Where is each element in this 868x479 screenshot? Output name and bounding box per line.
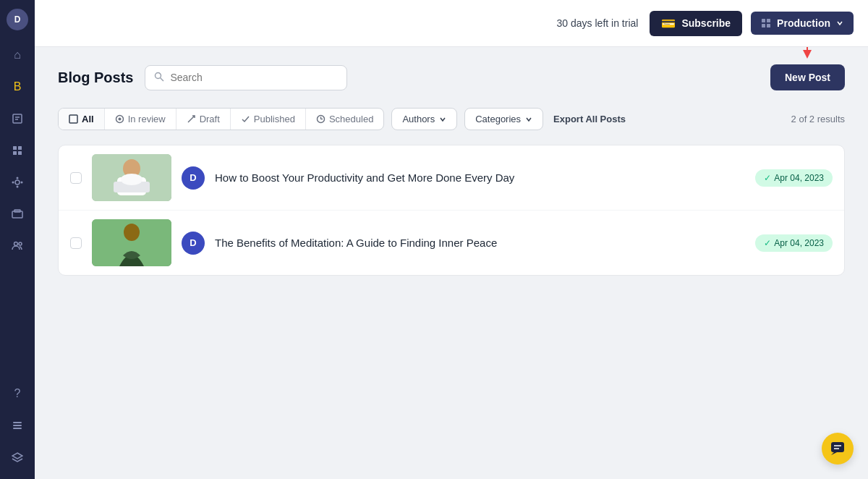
svg-point-11 <box>21 182 23 184</box>
svg-point-40 <box>124 224 140 241</box>
thumbnail-image <box>92 154 171 201</box>
page-header: Blog Posts New Post <box>58 64 845 90</box>
svg-rect-20 <box>762 19 765 22</box>
filter-scheduled[interactable]: Scheduled <box>306 109 383 130</box>
all-icon <box>69 114 78 124</box>
svg-rect-3 <box>13 146 17 150</box>
draft-icon <box>187 114 196 124</box>
filter-bar: All In review Draft Published Scheduled <box>58 108 845 130</box>
svg-rect-21 <box>767 19 770 22</box>
svg-point-10 <box>12 182 14 184</box>
svg-rect-0 <box>13 114 22 123</box>
status-filter-group: All In review Draft Published Scheduled <box>58 108 384 130</box>
svg-rect-41 <box>831 442 844 452</box>
svg-point-9 <box>17 186 19 188</box>
sidebar-item-integrations[interactable] <box>4 169 30 195</box>
sidebar-item-media[interactable] <box>4 201 30 227</box>
chat-widget[interactable] <box>822 433 854 465</box>
post-thumbnail <box>92 219 171 266</box>
filter-published[interactable]: Published <box>231 109 306 130</box>
svg-marker-42 <box>831 452 837 455</box>
post-title: How to Boost Your Productivity and Get M… <box>215 171 745 184</box>
categories-filter[interactable]: Categories <box>464 108 543 130</box>
check-icon: ✓ <box>764 238 771 248</box>
sidebar-item-grid[interactable] <box>4 137 30 164</box>
page-title: Blog Posts <box>58 69 133 86</box>
svg-rect-18 <box>13 428 22 429</box>
results-count: 2 of 2 results <box>791 114 845 124</box>
post-author-avatar: D <box>182 232 205 255</box>
thumbnail-image <box>92 219 171 266</box>
svg-rect-4 <box>18 146 22 150</box>
sidebar-item-pages[interactable] <box>4 106 30 132</box>
search-icon <box>154 72 164 84</box>
svg-point-38 <box>121 174 142 185</box>
filter-in-review[interactable]: In review <box>105 109 176 130</box>
new-post-button[interactable]: New Post <box>770 64 845 90</box>
check-icon: ✓ <box>764 173 771 183</box>
avatar[interactable]: D <box>7 9 28 30</box>
new-post-container: New Post <box>770 64 845 90</box>
post-thumbnail <box>92 154 171 201</box>
sidebar-item-settings[interactable] <box>4 412 30 438</box>
topbar: 30 days left in trial 💳 Subscribe Produc… <box>35 0 868 47</box>
sidebar-item-team[interactable] <box>4 233 30 259</box>
svg-rect-17 <box>13 425 22 426</box>
svg-point-7 <box>15 180 20 185</box>
svg-marker-19 <box>12 453 22 459</box>
svg-rect-6 <box>18 151 22 155</box>
post-date-badge: ✓ Apr 04, 2023 <box>755 169 833 187</box>
subscribe-button[interactable]: 💳 Subscribe <box>650 11 742 36</box>
svg-rect-22 <box>762 24 765 27</box>
sidebar-item-help[interactable]: ? <box>4 381 30 407</box>
chevron-down-icon <box>836 20 843 27</box>
post-author-avatar: D <box>182 166 205 190</box>
post-date-badge: ✓ Apr 04, 2023 <box>755 234 833 252</box>
arrow-annotation <box>800 47 814 61</box>
sidebar-item-home[interactable]: ⌂ <box>4 42 30 68</box>
scheduled-icon <box>316 114 326 124</box>
production-button[interactable]: Production <box>751 12 854 35</box>
filter-draft[interactable]: Draft <box>176 109 231 130</box>
svg-point-29 <box>118 118 121 121</box>
main-content: 30 days left in trial 💳 Subscribe Produc… <box>35 0 868 479</box>
trial-text: 30 days left in trial <box>557 17 639 29</box>
table-row[interactable]: D How to Boost Your Productivity and Get… <box>59 145 844 211</box>
page-header-left: Blog Posts <box>58 65 347 90</box>
post-title: The Benefits of Meditation: A Guide to F… <box>215 237 745 249</box>
filter-all[interactable]: All <box>59 109 105 130</box>
table-row[interactable]: D The Benefits of Meditation: A Guide to… <box>59 211 844 275</box>
page-content: Blog Posts New Post <box>35 47 868 479</box>
sidebar-item-blog[interactable]: B <box>4 74 30 100</box>
svg-rect-16 <box>13 422 22 423</box>
sidebar-item-layers[interactable] <box>4 444 30 470</box>
review-icon <box>115 114 124 124</box>
authors-filter[interactable]: Authors <box>391 108 457 130</box>
grid-icon <box>761 18 771 28</box>
chat-icon <box>830 441 846 457</box>
export-button[interactable]: Export All Posts <box>553 114 626 124</box>
svg-rect-23 <box>767 24 770 27</box>
search-container <box>145 65 347 90</box>
svg-point-24 <box>156 72 161 78</box>
svg-line-25 <box>161 77 164 81</box>
post-list: D How to Boost Your Productivity and Get… <box>58 145 845 276</box>
chevron-down-icon <box>439 116 446 123</box>
published-icon <box>241 114 250 124</box>
post-checkbox[interactable] <box>70 237 82 249</box>
svg-rect-27 <box>69 115 77 123</box>
svg-line-30 <box>188 116 195 122</box>
svg-rect-5 <box>13 151 17 155</box>
arrow-icon <box>800 47 814 61</box>
post-checkbox[interactable] <box>70 172 82 184</box>
chevron-down-icon <box>525 116 532 123</box>
coin-icon: 💳 <box>661 17 676 30</box>
search-input[interactable] <box>170 72 338 83</box>
svg-point-8 <box>17 177 19 179</box>
svg-point-14 <box>14 242 18 246</box>
sidebar: D ⌂ B ? <box>0 0 35 479</box>
svg-point-15 <box>19 242 22 245</box>
